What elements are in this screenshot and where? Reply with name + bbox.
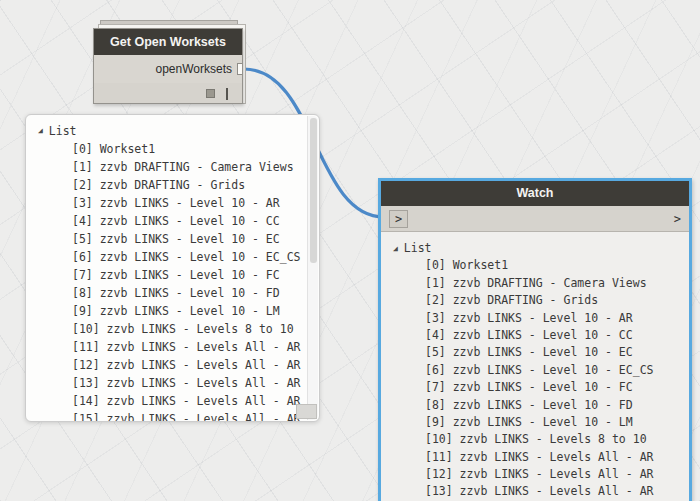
list-item: [12] zzvb LINKS - Levels All - AR: [393, 466, 679, 483]
list-item: [10] zzvb LINKS - Levels 8 to 10: [393, 431, 679, 448]
list-item: [2] zzvb DRAFTING - Grids: [393, 292, 679, 309]
scrollbar[interactable]: [307, 116, 318, 420]
list-item: [6] zzvb LINKS - Level 10 - EC_CS: [393, 362, 679, 379]
list-items: [0] Workset1[1] zzvb DRAFTING - Camera V…: [38, 140, 303, 421]
list-item: [7] zzvb LINKS - Level 10 - FC: [38, 266, 303, 284]
list-item: [13] zzvb LINKS - Levels All - AR: [393, 483, 679, 500]
expander-icon[interactable]: ◢: [38, 122, 43, 140]
preview-toggle-icon[interactable]: [206, 89, 215, 98]
watch-output-port[interactable]: >: [674, 212, 681, 226]
list-root-label: List: [404, 240, 432, 257]
list-item: [11] zzvb LINKS - Levels All - AR: [393, 449, 679, 466]
list-root[interactable]: ◢ List: [38, 122, 303, 140]
list-item: [14] zzvb LINKS - Levels All - AR: [38, 392, 303, 410]
list-item: [8] zzvb LINKS - Level 10 - FD: [38, 284, 303, 302]
list-item: [1] zzvb DRAFTING - Camera Views: [38, 158, 303, 176]
list-item: [9] zzvb LINKS - Level 10 - LM: [393, 414, 679, 431]
node-get-open-worksets[interactable]: Get Open Worksets openWorksets: [93, 28, 243, 104]
list-root-label: List: [49, 122, 77, 140]
list-item: [9] zzvb LINKS - Level 10 - LM: [38, 302, 303, 320]
pin-icon[interactable]: [226, 88, 228, 100]
list-item: [12] zzvb LINKS - Levels All - AR: [38, 356, 303, 374]
node-footer: [94, 83, 242, 104]
preview-bubble[interactable]: ◢ List [0] Workset1[1] zzvb DRAFTING - C…: [25, 114, 320, 422]
node-title-get-open-worksets[interactable]: Get Open Worksets: [94, 29, 242, 55]
node-watch[interactable]: Watch > > ◢ List [0] Workset1[1] zzvb DR…: [378, 178, 692, 501]
watch-input-port[interactable]: >: [389, 210, 408, 228]
list-item: [3] zzvb LINKS - Level 10 - AR: [393, 310, 679, 327]
watch-list: ◢ List [0] Workset1[1] zzvb DRAFTING - C…: [381, 232, 689, 501]
list-item: [5] zzvb LINKS - Level 10 - EC: [393, 344, 679, 361]
list-root[interactable]: ◢ List: [393, 240, 679, 257]
list-item: [8] zzvb LINKS - Level 10 - FD: [393, 397, 679, 414]
scrollbar-thumb[interactable]: [310, 118, 317, 263]
list-item: [0] Workset1: [38, 140, 303, 158]
list-item: [2] zzvb DRAFTING - Grids: [38, 176, 303, 194]
list-item: [10] zzvb LINKS - Levels 8 to 10: [38, 320, 303, 338]
output-port-openworksets[interactable]: openWorksets: [94, 55, 242, 83]
list-item: [13] zzvb LINKS - Levels All - AR: [38, 374, 303, 392]
output-port-label: openWorksets: [156, 62, 232, 76]
list-item: [5] zzvb LINKS - Level 10 - EC: [38, 230, 303, 248]
list-item: [0] Workset1: [393, 257, 679, 274]
resize-grip[interactable]: [296, 404, 317, 419]
list-item: [11] zzvb LINKS - Levels All - AR: [38, 338, 303, 356]
preview-list: ◢ List [0] Workset1[1] zzvb DRAFTING - C…: [26, 115, 319, 421]
watch-ports-row: > >: [381, 206, 689, 232]
list-item: [4] zzvb LINKS - Level 10 - CC: [393, 327, 679, 344]
list-item: [3] zzvb LINKS - Level 10 - AR: [38, 194, 303, 212]
node-title-watch[interactable]: Watch: [381, 181, 689, 206]
list-item: [15] zzvb LINKS - Levels All - AR: [38, 410, 303, 421]
list-item: [1] zzvb DRAFTING - Camera Views: [393, 275, 679, 292]
list-item: [4] zzvb LINKS - Level 10 - CC: [38, 212, 303, 230]
expander-icon[interactable]: ◢: [393, 240, 398, 258]
list-item: [7] zzvb LINKS - Level 10 - FC: [393, 379, 679, 396]
dynamo-workspace[interactable]: { "colors": { "canvas_bg": "#ededec", "n…: [0, 0, 700, 501]
list-item: [6] zzvb LINKS - Level 10 - EC_CS: [38, 248, 303, 266]
list-items: [0] Workset1[1] zzvb DRAFTING - Camera V…: [393, 257, 679, 500]
port-connector-notch[interactable]: [237, 63, 242, 75]
